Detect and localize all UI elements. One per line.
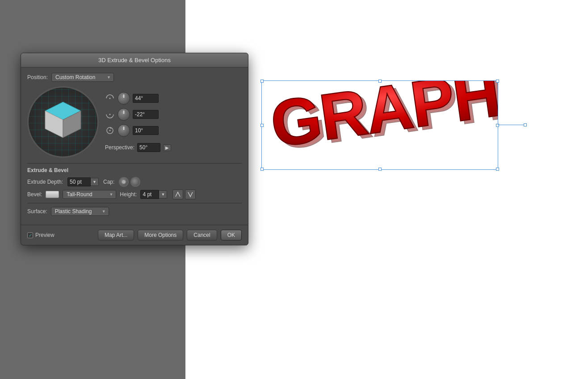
extrude-depth-row: Extrude Depth: ▼ Cap: [27,177,242,187]
height-icons [172,190,196,199]
rotate-z-icon [105,126,115,135]
preview-section: Perspective: ▶ [27,86,242,158]
divider-1 [27,163,242,164]
graphic-text-svg: GRAPHIC GRAPHIC GRAPHIC [261,80,498,170]
rot-dial-z[interactable] [118,124,130,137]
rot-row-x [105,92,242,105]
bevel-row: Bevel: Tall-Round ▼ Height: ▼ [27,190,242,199]
rot-z-input[interactable] [133,126,159,135]
preview-checkbox-row[interactable]: ✓ Preview [27,232,55,238]
perspective-row: Perspective: ▶ [105,143,242,152]
dialog-body: Position: Custom Rotation ▼ [21,67,248,225]
rotate-x-icon [105,93,115,103]
handle-right-end[interactable] [524,123,527,126]
extrude-bevel-header: Extrude & Bevel [27,167,242,173]
dialog-footer: ✓ Preview Map Art... More Options Cancel… [21,225,248,245]
position-dropdown[interactable]: Custom Rotation ▼ [51,73,114,82]
dialog-titlebar: 3D Extrude & Bevel Options [21,53,248,67]
surface-value: Plastic Shading [55,208,92,215]
position-value: Custom Rotation [55,74,95,80]
cap-section [119,177,140,187]
cancel-button[interactable]: Cancel [187,230,217,240]
surface-label: Surface: [27,208,47,215]
cap-radio-1[interactable] [119,177,129,187]
cube-preview [27,86,99,158]
rot-dial-y[interactable] [118,108,130,121]
bevel-label: Bevel: [27,191,42,198]
ok-button[interactable]: OK [221,230,242,240]
rot-dial-x[interactable] [118,92,130,105]
chevron-down-icon-3: ▼ [102,209,106,214]
cap-label: Cap: [103,179,114,185]
height-field: ▼ [140,190,167,199]
rot-x-input[interactable] [133,94,159,103]
rot-y-input[interactable] [133,110,159,119]
chevron-down-icon-2: ▼ [109,192,113,197]
cap-radio-2[interactable] [130,177,140,187]
graphic-text-container[interactable]: GRAPHIC GRAPHIC GRAPHIC [261,80,498,170]
chevron-down-icon: ▼ [107,75,111,80]
bevel-dropdown[interactable]: Tall-Round ▼ [63,190,116,199]
height-label: Height: [120,191,137,198]
preview-label: Preview [35,232,55,238]
divider-2 [27,203,242,203]
bevel-in-icon[interactable] [172,190,183,199]
rotation-controls: Perspective: ▶ [105,86,242,158]
dialog-3d-extrude: 3D Extrude & Bevel Options Position: Cus… [21,53,248,245]
bevel-swatch [46,191,59,198]
bevel-out-icon[interactable] [185,190,196,199]
extrude-depth-field: ▼ [67,177,99,186]
cube-svg [36,95,90,149]
rot-row-z [105,124,242,137]
height-input[interactable] [140,190,159,199]
position-row: Position: Custom Rotation ▼ [27,73,242,82]
more-options-button[interactable]: More Options [138,230,183,240]
preview-checkbox[interactable]: ✓ [27,232,33,238]
svg-point-6 [109,130,111,131]
position-label: Position: [27,74,48,80]
height-arrow[interactable]: ▼ [159,190,167,198]
left-panel: 3D Extrude & Bevel Options Position: Cus… [0,0,185,379]
svg-point-4 [109,114,111,115]
extrude-depth-input[interactable] [67,177,91,186]
dialog-title: 3D Extrude & Bevel Options [98,57,171,63]
extrude-depth-arrow[interactable]: ▼ [91,178,99,186]
perspective-arrow-btn[interactable]: ▶ [163,144,171,151]
perspective-input[interactable] [137,143,160,152]
svg-point-3 [109,98,111,99]
map-art-button[interactable]: Map Art... [98,230,134,240]
perspective-label: Perspective: [105,144,134,151]
handle-extend-line [498,125,525,125]
rot-row-y [105,108,242,121]
surface-dropdown[interactable]: Plastic Shading ▼ [51,207,109,216]
rotate-y-icon [105,109,115,119]
bevel-value: Tall-Round [67,191,92,198]
surface-row: Surface: Plastic Shading ▼ [27,207,242,216]
extrude-depth-label: Extrude Depth: [27,179,63,185]
